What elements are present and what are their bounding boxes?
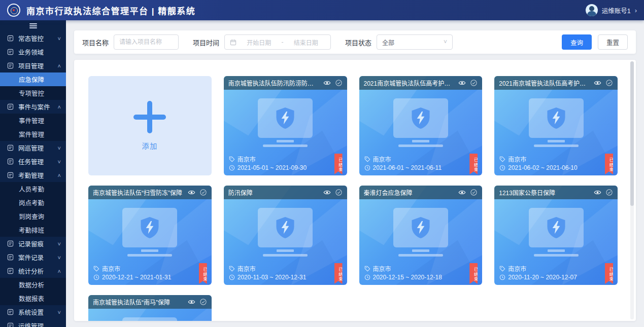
monitor-base — [263, 254, 308, 257]
sidebar-item-label: 业务领域 — [18, 47, 59, 57]
monitor-stand — [548, 249, 565, 252]
date-range-picker[interactable]: 开始日期 - 结束日期 — [224, 34, 331, 50]
sidebar-subitem-label: 岗点考勤 — [19, 198, 61, 207]
view-eye-icon[interactable] — [188, 298, 195, 306]
location-tag-icon — [364, 266, 370, 272]
monitor-shape — [122, 208, 177, 247]
reset-button[interactable]: 重置 — [598, 34, 628, 50]
check-circle-icon[interactable] — [470, 189, 478, 196]
project-card[interactable]: 2021南京城管执法队伍高考护考保障 南京市 — [494, 76, 618, 175]
project-card[interactable]: 防汛保障 南京市 — [224, 186, 347, 285]
sidebar-item[interactable]: 运维管理 — [0, 319, 66, 327]
chevron-icon: ˄ — [58, 268, 61, 274]
check-circle-icon[interactable] — [199, 298, 207, 306]
sidebar-item-label: 系统设置 — [18, 307, 56, 317]
chevron-icon: ˅ — [58, 145, 61, 151]
sidebar-subitem-label: 到岗查询 — [19, 211, 61, 221]
project-card[interactable]: 南京城管执法队伍“南马”保障 — [88, 295, 212, 321]
view-eye-icon[interactable] — [458, 189, 466, 196]
view-eye-icon[interactable] — [323, 79, 331, 87]
check-circle-icon[interactable] — [605, 79, 613, 87]
view-eye-icon[interactable] — [594, 189, 601, 196]
panel-scrollbar[interactable] — [630, 61, 634, 319]
sidebar-menu: 常态管控 ˅ 业务领域 项目管理 ˄ 应急保障 专项管控 事件与案件 ˄ 事件管… — [0, 31, 66, 327]
chevron-icon: ˄ — [58, 63, 61, 69]
card-illustration — [529, 98, 584, 147]
sidebar-subitem[interactable]: 专项管控 — [0, 86, 66, 100]
sidebar-item[interactable]: 网巡管理 ˅ — [0, 141, 66, 155]
sidebar-subitem[interactable]: 考勤排班 — [0, 223, 66, 237]
sidebar-item[interactable]: 记录留痕 ˅ — [0, 237, 66, 250]
sidebar-subitem-label: 应急保障 — [19, 75, 61, 84]
project-name-input[interactable] — [114, 34, 179, 50]
sidebar-item[interactable]: 项目管理 ˄ — [0, 59, 66, 72]
status-ribbon-badge: 已结束 — [334, 263, 343, 284]
sidebar-subitem[interactable]: 岗点考勤 — [0, 196, 66, 209]
user-menu[interactable]: 运维账号1 › — [586, 4, 637, 16]
card-info: 南京市 2021-06-01 ~ 2021-06-11 — [364, 155, 442, 172]
search-button[interactable]: 查询 — [562, 34, 592, 50]
check-circle-icon[interactable] — [605, 189, 613, 196]
sidebar-subitem[interactable]: 数据报表 — [0, 292, 66, 305]
monitor-stand — [277, 249, 294, 252]
sidebar-subitem[interactable]: 案件管理 — [0, 127, 66, 141]
project-card[interactable]: 1213国家公祭日保障 南京市 — [494, 186, 618, 285]
shield-bolt-icon — [546, 106, 567, 130]
project-status-select[interactable]: 全部 ˅ — [377, 34, 453, 50]
card-titlebar: 1213国家公祭日保障 — [494, 186, 618, 199]
sidebar-item[interactable]: 系统设置 ˅ — [0, 305, 66, 319]
case-record-icon — [7, 254, 14, 261]
sidebar-item-label: 项目管理 — [18, 61, 56, 70]
sidebar-item[interactable]: 常态管控 ˅ — [0, 31, 66, 45]
sidebar-subitem-label: 案件管理 — [19, 129, 61, 139]
shield-bolt-icon — [410, 215, 431, 240]
card-title: 2021南京城管执法队伍高考护考保障 — [499, 79, 590, 87]
sidebar-subitem[interactable]: 事件管理 — [0, 114, 66, 127]
calendar-icon — [230, 39, 236, 46]
sidebar-subitem[interactable]: 人员考勤 — [0, 182, 66, 196]
record-trace-icon — [7, 240, 14, 247]
project-card[interactable]: 2021南京城管执法队伍高考护考保障 南京市 — [359, 76, 483, 175]
sidebar-subitem[interactable]: 应急保障 — [0, 72, 66, 86]
sidebar-subitem-label: 考勤排班 — [19, 225, 61, 235]
card-illustration — [393, 208, 448, 257]
app-title: 南京市行政执法综合管理平台 | 精靓系统 — [26, 4, 195, 17]
view-eye-icon[interactable] — [594, 79, 601, 87]
add-label: 添加 — [142, 140, 158, 151]
project-card[interactable]: 南京城管执法队伍“扫雪防冻”保障 南京市 — [88, 186, 212, 285]
sidebar-item[interactable]: 考勤管理 ˄ — [0, 168, 66, 182]
card-info: 南京市 2020-11-20 ~ 2020-12-07 — [499, 264, 577, 281]
scrollbar-thumb[interactable] — [630, 61, 634, 206]
project-time-label: 项目时间 — [193, 38, 219, 47]
view-eye-icon[interactable] — [458, 79, 466, 87]
sidebar-item-label: 记录留痕 — [18, 239, 56, 248]
project-status-label: 项目状态 — [345, 38, 371, 47]
check-circle-icon[interactable] — [335, 79, 343, 87]
card-location: 南京市 — [508, 155, 526, 163]
sidebar-item[interactable]: 业务领域 — [0, 45, 66, 59]
check-circle-icon[interactable] — [470, 79, 478, 87]
sidebar-subitem[interactable]: 到岗查询 — [0, 209, 66, 223]
project-card-grid: 添加 南京城管执法队伍防汛防涝防台执法保障 — [88, 76, 618, 321]
location-tag-icon — [364, 156, 370, 162]
sidebar-collapse-button[interactable] — [0, 20, 66, 31]
add-project-card[interactable]: 添加 — [88, 76, 212, 175]
check-circle-icon[interactable] — [335, 189, 343, 196]
project-card[interactable]: 秦淮灯会应急保障 南京市 — [359, 186, 483, 285]
card-location: 南京市 — [373, 264, 391, 273]
view-eye-icon[interactable] — [323, 189, 331, 196]
project-card[interactable]: 南京城管执法队伍防汛防涝防台执法保障 南京市 — [224, 76, 347, 175]
sidebar-item-label: 运维管理 — [18, 321, 59, 327]
check-circle-icon[interactable] — [199, 189, 207, 196]
sidebar-item[interactable]: 任务管理 ˅ — [0, 155, 66, 168]
clock-icon — [364, 165, 370, 171]
sidebar-subitem[interactable]: 数据分析 — [0, 278, 66, 292]
sidebar-item[interactable]: 统计分析 ˄ — [0, 264, 66, 278]
sidebar-item[interactable]: 案件记录 ˅ — [0, 250, 66, 264]
monitor-shape — [529, 98, 584, 138]
clock-icon — [499, 165, 505, 171]
view-eye-icon[interactable] — [188, 189, 195, 196]
sidebar-item[interactable]: 事件与案件 ˄ — [0, 100, 66, 114]
card-location: 南京市 — [508, 264, 526, 273]
card-illustration — [122, 317, 177, 321]
